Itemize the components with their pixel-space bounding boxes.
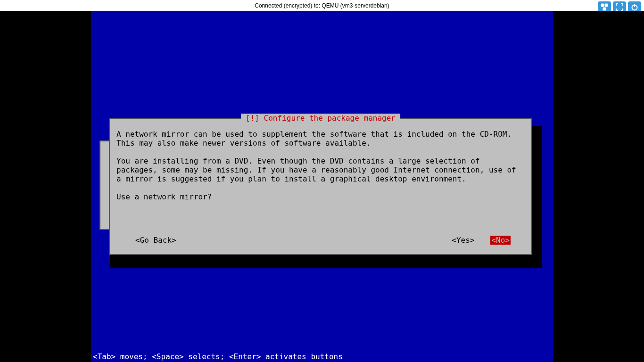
connection-status: Connected (encrypted) to: QEMU (vm3-serv… (255, 2, 389, 9)
dialog-body: A network mirror can be used to suppleme… (116, 130, 525, 201)
footer-spacer (176, 236, 452, 245)
dialog-paragraph-2: You are installing from a DVD. Even thou… (116, 156, 516, 183)
dialog-question: Use a network mirror? (116, 192, 212, 201)
dialog-paragraph-1: A network mirror can be used to suppleme… (116, 130, 512, 148)
keys-icon (601, 3, 608, 11)
installer-screen: [!] Configure the package manager A netw… (91, 11, 553, 362)
vnc-topbar: Connected (encrypted) to: QEMU (vm3-serv… (0, 0, 644, 11)
svg-rect-0 (601, 4, 604, 7)
go-back-button[interactable]: <Go Back> (135, 236, 176, 245)
no-button[interactable]: <No> (490, 236, 511, 245)
dialog-title: [!] Configure the package manager (241, 114, 400, 123)
power-icon (631, 3, 638, 11)
vnc-viewport: [!] Configure the package manager A netw… (0, 11, 644, 362)
dialog-footer: <Go Back> <Yes> <No> (116, 236, 525, 245)
yes-button[interactable]: <Yes> (452, 236, 474, 245)
fullscreen-icon (616, 3, 623, 11)
svg-rect-1 (605, 4, 608, 7)
svg-rect-2 (603, 8, 606, 10)
package-manager-dialog: [!] Configure the package manager A netw… (109, 118, 532, 255)
keyboard-hint-bar: <Tab> moves; <Space> selects; <Enter> ac… (91, 351, 553, 362)
